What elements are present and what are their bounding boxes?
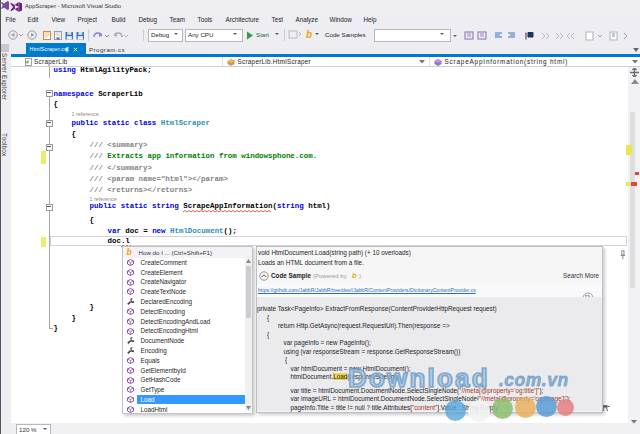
svg-text:#: # [26, 59, 29, 65]
